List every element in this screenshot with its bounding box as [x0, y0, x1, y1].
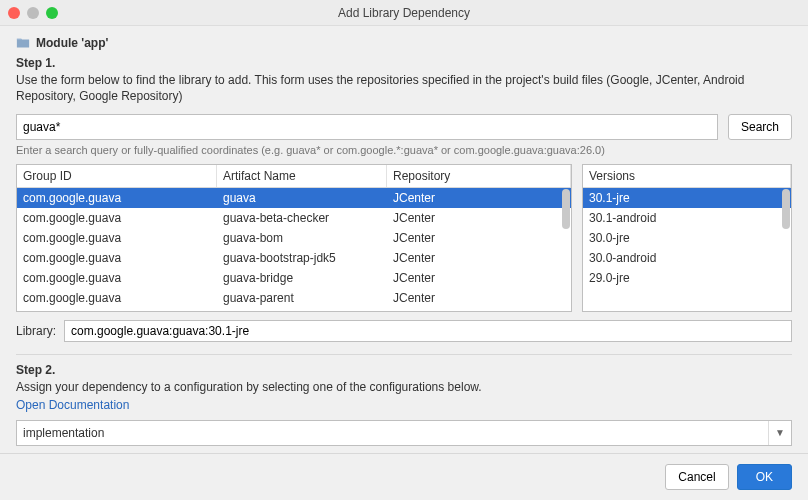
search-button[interactable]: Search [728, 114, 792, 140]
chevron-down-icon: ▼ [768, 421, 785, 445]
cell-artifact: guava-bom [217, 228, 387, 248]
cell-group: com.google.guava [17, 228, 217, 248]
table-row[interactable]: com.google.guavaguava-parentJCenter [17, 288, 571, 308]
cell-repo: JCenter [387, 268, 571, 288]
cell-version: 30.1-android [583, 208, 791, 228]
configuration-value: implementation [23, 426, 104, 440]
cell-repo: JCenter [387, 248, 571, 268]
cell-repo: JCenter [387, 188, 571, 208]
scrollbar[interactable] [782, 189, 790, 229]
window-title: Add Library Dependency [338, 6, 470, 20]
library-input[interactable] [64, 320, 792, 342]
cell-artifact: guava [217, 188, 387, 208]
search-hint: Enter a search query or fully-qualified … [16, 144, 792, 156]
cell-artifact: guava-bootstrap-jdk5 [217, 248, 387, 268]
col-header-artifact[interactable]: Artifact Name [217, 165, 387, 187]
table-row[interactable]: com.google.guavaguavaJCenter [17, 188, 571, 208]
step2-label: Step 2. [16, 363, 792, 377]
step1-desc: Use the form below to find the library t… [16, 72, 792, 104]
cell-repo: JCenter [387, 208, 571, 228]
cell-version: 30.0-jre [583, 228, 791, 248]
version-row[interactable]: 30.1-android [583, 208, 791, 228]
table-row[interactable]: com.google.guavaguava-bridgeJCenter [17, 268, 571, 288]
cell-group: com.google.guava [17, 268, 217, 288]
cell-group: com.google.guava [17, 188, 217, 208]
version-row[interactable]: 29.0-jre [583, 268, 791, 288]
maximize-icon[interactable] [46, 7, 58, 19]
divider [16, 354, 792, 355]
cell-version: 30.1-jre [583, 188, 791, 208]
minimize-icon [27, 7, 39, 19]
cancel-button[interactable]: Cancel [665, 464, 728, 490]
module-label: Module 'app' [36, 36, 108, 50]
version-row[interactable]: 30.0-android [583, 248, 791, 268]
version-row[interactable]: 30.1-jre [583, 188, 791, 208]
cell-version: 30.0-android [583, 248, 791, 268]
window-controls [8, 7, 58, 19]
ok-button[interactable]: OK [737, 464, 792, 490]
cell-repo: JCenter [387, 288, 571, 308]
cell-repo: JCenter [387, 228, 571, 248]
titlebar: Add Library Dependency [0, 0, 808, 26]
step1-label: Step 1. [16, 56, 792, 70]
cell-group: com.google.guava [17, 248, 217, 268]
col-header-versions[interactable]: Versions [583, 165, 791, 187]
version-row[interactable]: 30.0-jre [583, 228, 791, 248]
close-icon[interactable] [8, 7, 20, 19]
search-input[interactable] [16, 114, 718, 140]
versions-table: Versions 30.1-jre30.1-android30.0-jre30.… [582, 164, 792, 312]
cell-artifact: guava-parent [217, 288, 387, 308]
library-label: Library: [16, 324, 56, 338]
col-header-group[interactable]: Group ID [17, 165, 217, 187]
cell-group: com.google.guava [17, 208, 217, 228]
module-header: Module 'app' [16, 36, 792, 50]
cell-artifact: guava-bridge [217, 268, 387, 288]
scrollbar[interactable] [562, 189, 570, 229]
step2-desc: Assign your dependency to a configuratio… [16, 379, 792, 395]
open-documentation-link[interactable]: Open Documentation [16, 398, 792, 412]
cell-version: 29.0-jre [583, 268, 791, 288]
cell-group: com.google.guava [17, 288, 217, 308]
results-table: Group ID Artifact Name Repository com.go… [16, 164, 572, 312]
cell-artifact: guava-beta-checker [217, 208, 387, 228]
table-row[interactable]: com.google.guavaguava-bomJCenter [17, 228, 571, 248]
table-row[interactable]: com.google.guavaguava-bootstrap-jdk5JCen… [17, 248, 571, 268]
configuration-select[interactable]: implementation ▼ [16, 420, 792, 446]
col-header-repo[interactable]: Repository [387, 165, 571, 187]
folder-icon [16, 36, 30, 50]
dialog-footer: Cancel OK [0, 453, 808, 500]
table-row[interactable]: com.google.guavaguava-beta-checkerJCente… [17, 208, 571, 228]
